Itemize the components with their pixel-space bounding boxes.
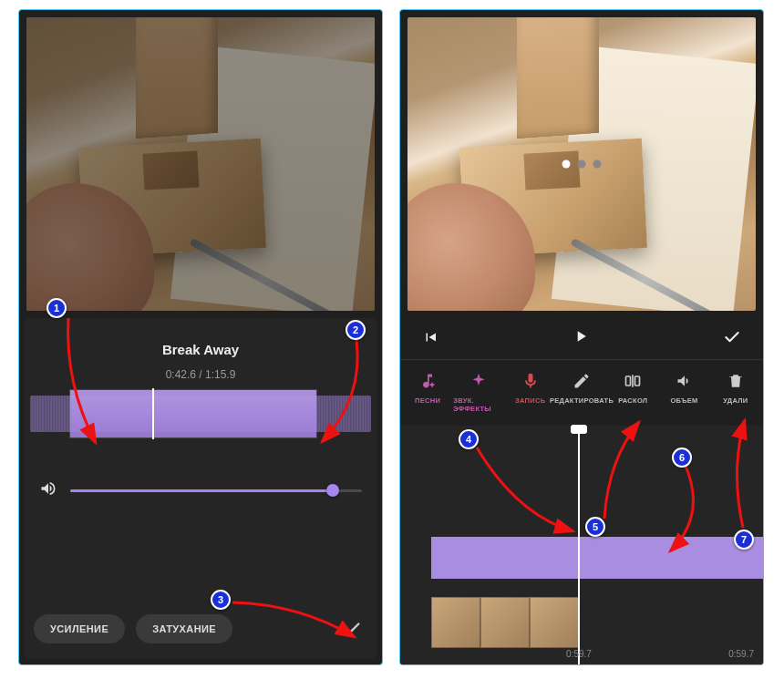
music-plus-icon <box>418 371 438 391</box>
toolbar: ПЕСНИ ЗВУК. ЭФФЕКТЫ ЗАПИСЬ РЕДАКТИРОВАТЬ… <box>400 359 763 420</box>
tool-record[interactable]: ЗАПИСЬ <box>505 367 556 417</box>
end-time: 0:59.7 <box>728 649 754 659</box>
volume-slider[interactable] <box>70 489 362 492</box>
sparkle-icon <box>469 371 489 391</box>
video-clips[interactable] <box>431 597 579 648</box>
trash-icon <box>726 371 746 391</box>
tool-volume[interactable]: ОБЪЕМ <box>658 367 709 417</box>
svg-rect-1 <box>635 376 640 386</box>
play-button[interactable] <box>572 327 590 350</box>
tool-sfx[interactable]: ЗВУК. ЭФФЕКТЫ <box>453 367 504 417</box>
svg-rect-0 <box>626 376 631 386</box>
track-time: 0:42.6 / 1:15.9 <box>34 368 367 381</box>
gain-button[interactable]: УСИЛЕНИЕ <box>34 614 125 643</box>
prev-button[interactable] <box>422 329 438 349</box>
confirm-button[interactable] <box>336 613 367 644</box>
track-title: Break Away <box>34 342 367 357</box>
timeline[interactable]: 0:59.7 0:59.7 <box>400 426 763 664</box>
playhead-time: 0:59.7 <box>566 649 592 659</box>
annotation-badge-7: 7 <box>734 530 754 550</box>
tool-songs[interactable]: ПЕСНИ <box>402 367 453 417</box>
fade-button[interactable]: ЗАТУХАНИЕ <box>136 614 232 643</box>
annotation-badge-4: 4 <box>459 429 479 449</box>
tool-delete[interactable]: УДАЛИ <box>710 367 761 417</box>
tool-edit[interactable]: РЕДАКТИРОВАТЬ <box>556 367 607 417</box>
timeline-playhead[interactable] <box>578 426 580 664</box>
annotation-badge-2: 2 <box>346 320 366 340</box>
annotation-badge-1: 1 <box>46 298 67 318</box>
audio-clip[interactable] <box>431 537 763 579</box>
done-button[interactable] <box>723 328 741 350</box>
annotation-badge-6: 6 <box>672 448 692 468</box>
mic-icon <box>521 371 541 391</box>
left-screen: Break Away 0:42.6 / 1:15.9 УСИЛЕНИЕ ЗАТУ… <box>18 9 383 665</box>
tool-split[interactable]: РАСКОЛ <box>607 367 658 417</box>
waveform[interactable] <box>25 388 377 439</box>
right-screen: ПЕСНИ ЗВУК. ЭФФЕКТЫ ЗАПИСЬ РЕДАКТИРОВАТЬ… <box>399 9 764 665</box>
page-dots <box>562 160 602 169</box>
video-preview-left[interactable] <box>26 17 375 311</box>
video-preview-right[interactable] <box>407 17 756 311</box>
volume-icon[interactable] <box>39 479 57 501</box>
annotation-badge-5: 5 <box>585 517 605 537</box>
annotation-badge-3: 3 <box>211 590 231 610</box>
split-icon <box>623 371 643 391</box>
pencil-icon <box>572 371 592 391</box>
volume-icon <box>675 371 695 391</box>
